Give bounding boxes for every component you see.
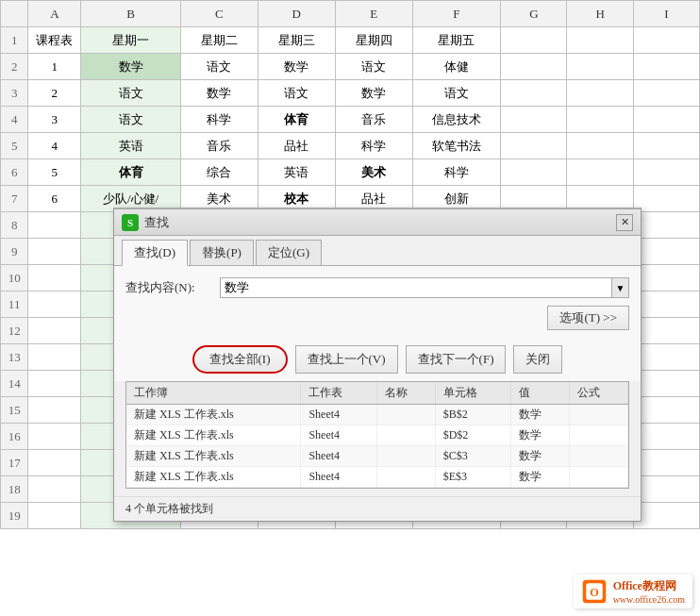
cell-g6[interactable]: [501, 159, 567, 186]
cell-a10[interactable]: [28, 265, 81, 291]
cell-a9[interactable]: [28, 239, 81, 265]
cell-b4[interactable]: 语文: [81, 107, 180, 133]
cell-a5[interactable]: 4: [28, 133, 81, 159]
cell-d1[interactable]: 星期三: [258, 27, 335, 54]
cell-e3[interactable]: 数学: [335, 80, 412, 107]
col-header-b[interactable]: B: [81, 1, 180, 27]
cell-i8[interactable]: [633, 212, 699, 239]
cell-i1[interactable]: [633, 27, 699, 54]
cell-g4[interactable]: [501, 107, 567, 133]
cell-a4[interactable]: 3: [28, 107, 81, 133]
cell-i12[interactable]: [633, 318, 699, 344]
cell-d3[interactable]: 语文: [258, 80, 335, 107]
cell-h4[interactable]: [567, 107, 633, 133]
col-header-f[interactable]: F: [412, 1, 501, 27]
cell-g1[interactable]: [501, 27, 567, 54]
cell-a13[interactable]: [28, 344, 81, 371]
table-row[interactable]: 新建 XLS 工作表.xlsSheet4$D$2数学: [126, 425, 628, 446]
cell-i11[interactable]: [633, 291, 699, 318]
cell-e6[interactable]: 美术: [335, 159, 412, 186]
cell-h5[interactable]: [567, 133, 633, 159]
cell-i14[interactable]: [633, 371, 699, 397]
cell-f6[interactable]: 科学: [412, 159, 501, 186]
cell-f2[interactable]: 体健: [412, 54, 501, 80]
cell-i6[interactable]: [633, 159, 699, 186]
cell-i5[interactable]: [633, 133, 699, 159]
options-button[interactable]: 选项(T) >>: [547, 306, 629, 330]
dialog-close-button[interactable]: ✕: [616, 214, 633, 231]
table-row[interactable]: 新建 XLS 工作表.xlsSheet4$C$3数学: [126, 446, 628, 467]
cell-f3[interactable]: 语文: [412, 80, 501, 107]
cell-f5[interactable]: 软笔书法: [412, 133, 501, 159]
cell-h2[interactable]: [567, 54, 633, 80]
cell-d5[interactable]: 品社: [258, 133, 335, 159]
cell-f4[interactable]: 信息技术: [412, 107, 501, 133]
find-next-button[interactable]: 查找下一个(F): [406, 345, 507, 374]
cell-a19[interactable]: [28, 503, 81, 529]
cell-i15[interactable]: [633, 397, 699, 424]
cell-a6[interactable]: 5: [28, 159, 81, 186]
tab-replace[interactable]: 替换(P): [190, 240, 254, 265]
cell-c2[interactable]: 语文: [180, 54, 258, 80]
cell-g2[interactable]: [501, 54, 567, 80]
cell-e4[interactable]: 音乐: [335, 107, 412, 133]
col-header-c[interactable]: C: [180, 1, 258, 27]
col-header-a[interactable]: A: [28, 1, 81, 27]
cell-d2[interactable]: 数学: [258, 54, 335, 80]
cell-i9[interactable]: [633, 239, 699, 265]
search-dropdown-arrow[interactable]: ▼: [612, 277, 629, 298]
cell-i3[interactable]: [633, 80, 699, 107]
col-header-h[interactable]: H: [567, 1, 633, 27]
cell-a15[interactable]: [28, 397, 81, 424]
cell-a7[interactable]: 6: [28, 186, 81, 212]
find-prev-button[interactable]: 查找上一个(V): [295, 345, 398, 374]
cell-d4[interactable]: 体育: [258, 107, 335, 133]
cell-b2[interactable]: 数学: [81, 54, 180, 80]
cell-a17[interactable]: [28, 450, 81, 476]
cell-a12[interactable]: [28, 318, 81, 344]
cell-a3[interactable]: 2: [28, 80, 81, 107]
cell-a2[interactable]: 1: [28, 54, 81, 80]
col-header-g[interactable]: G: [501, 1, 567, 27]
search-input[interactable]: [220, 277, 612, 298]
table-row[interactable]: 新建 XLS 工作表.xlsSheet4$B$2数学: [126, 405, 628, 425]
cell-b3[interactable]: 语文: [81, 80, 180, 107]
cell-i10[interactable]: [633, 265, 699, 291]
cell-c5[interactable]: 音乐: [180, 133, 258, 159]
cell-b1[interactable]: 星期一: [81, 27, 180, 54]
col-header-e[interactable]: E: [335, 1, 412, 27]
cell-i13[interactable]: [633, 344, 699, 371]
cell-g3[interactable]: [501, 80, 567, 107]
cell-a14[interactable]: [28, 371, 81, 397]
cell-c6[interactable]: 综合: [180, 159, 258, 186]
cell-h1[interactable]: [567, 27, 633, 54]
close-button[interactable]: 关闭: [513, 345, 562, 374]
col-header-i[interactable]: I: [633, 1, 699, 27]
cell-i2[interactable]: [633, 54, 699, 80]
cell-c3[interactable]: 数学: [180, 80, 258, 107]
tab-find[interactable]: 查找(D): [122, 240, 188, 266]
cell-a1[interactable]: 课程表: [28, 27, 81, 54]
cell-i7[interactable]: [633, 186, 699, 212]
cell-e1[interactable]: 星期四: [335, 27, 412, 54]
cell-a18[interactable]: [28, 476, 81, 503]
cell-f1[interactable]: 星期五: [412, 27, 501, 54]
cell-c4[interactable]: 科学: [180, 107, 258, 133]
find-all-button[interactable]: 查找全部(I): [192, 345, 288, 374]
cell-d6[interactable]: 英语: [258, 159, 335, 186]
cell-h6[interactable]: [567, 159, 633, 186]
cell-a16[interactable]: [28, 424, 81, 450]
cell-c1[interactable]: 星期二: [180, 27, 258, 54]
col-header-d[interactable]: D: [258, 1, 335, 27]
cell-e2[interactable]: 语文: [335, 54, 412, 80]
cell-e5[interactable]: 科学: [335, 133, 412, 159]
cell-h3[interactable]: [567, 80, 633, 107]
cell-i18[interactable]: [633, 476, 699, 503]
cell-a11[interactable]: [28, 291, 81, 318]
table-row[interactable]: 新建 XLS 工作表.xlsSheet4$E$3数学: [126, 467, 628, 488]
tab-locate[interactable]: 定位(G): [256, 240, 322, 265]
cell-g5[interactable]: [501, 133, 567, 159]
cell-i19[interactable]: [633, 503, 699, 529]
cell-i16[interactable]: [633, 424, 699, 450]
cell-i17[interactable]: [633, 450, 699, 476]
